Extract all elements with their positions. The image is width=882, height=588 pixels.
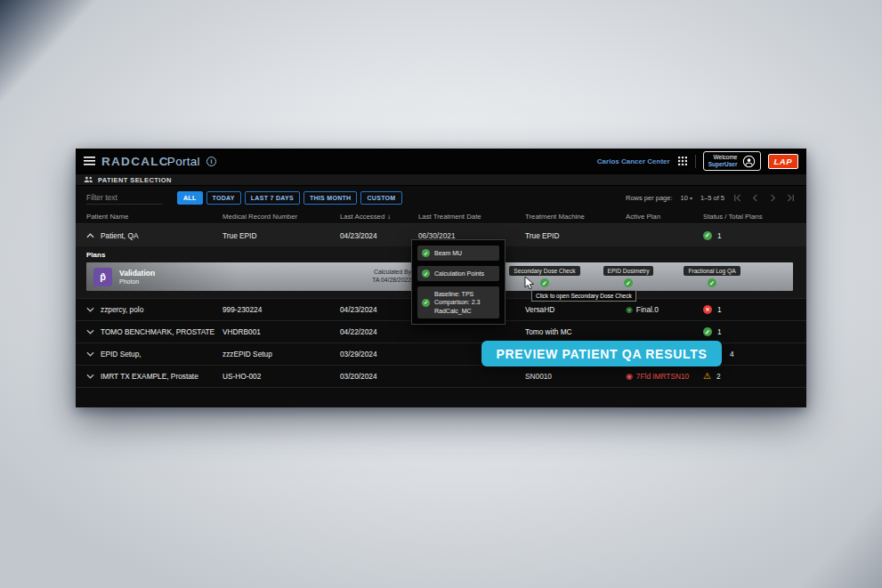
patient-name: IMRT TX EXAMPLE, Prostate (101, 372, 198, 381)
patient-name: EPID Setup, (101, 350, 142, 358)
chevron-down-icon: ▾ (690, 195, 692, 201)
cell-machine: True EPID (525, 231, 626, 240)
table-header-row: Patient Name Medical Record Number Last … (76, 209, 806, 224)
plan-calculated-by: Calculated By TA 04/28/2022 (340, 269, 411, 285)
section-bar: PATIENT SELECTION (76, 173, 806, 186)
cell-machine: SN0010 (525, 372, 626, 381)
qa-label: EPID Dosimetry (603, 266, 654, 276)
filter-input[interactable] (86, 191, 163, 205)
epid-dosimetry-pass-icon[interactable] (624, 278, 633, 287)
table-row-imrt-tx-example[interactable]: IMRT TX EXAMPLE, Prostate US-HO-002 03/2… (76, 366, 806, 388)
fractional-log-qa-pass-icon[interactable] (708, 278, 716, 287)
brand-suffix: Portal (167, 155, 200, 168)
filter-button-all[interactable]: ALL (177, 191, 203, 205)
next-page-button[interactable] (768, 193, 778, 203)
rows-per-page-label: Rows per page: (626, 194, 673, 202)
popup-item-calculation-points[interactable]: Calculation Points (417, 266, 499, 281)
info-icon[interactable]: i (206, 157, 216, 166)
chevron-down-icon[interactable] (86, 351, 94, 357)
filter-button-today[interactable]: TODAY (206, 191, 241, 205)
cell-mrn: zzzEPID Setup (223, 350, 340, 358)
cell-last-accessed: 03/29/2024 (340, 350, 418, 358)
chevron-down-icon[interactable] (86, 374, 94, 379)
lap-logo: LAP (768, 154, 799, 169)
qa-column-secondary-dose-check: Secondary Dose Check (503, 262, 587, 291)
column-header-status[interactable]: Status / Total Plans (703, 213, 796, 221)
column-header-last-treatment[interactable]: Last Treatment Date (418, 213, 525, 221)
section-title: PATIENT SELECTION (98, 176, 172, 184)
error-icon (703, 305, 712, 314)
sort-desc-icon: ↓ (387, 213, 391, 221)
total-plans-count: 1 (717, 327, 722, 336)
filter-button-custom[interactable]: CUSTOM (360, 191, 401, 205)
popup-item-beam-mu[interactable]: Beam MU (417, 246, 499, 261)
chevron-down-icon[interactable] (86, 307, 94, 312)
cell-last-accessed: 04/23/2024 (340, 305, 418, 314)
active-plan-target-icon (626, 373, 633, 381)
success-check-icon (703, 327, 712, 336)
filter-button-thismonth[interactable]: THIS MONTH (303, 191, 358, 205)
avatar-icon[interactable] (742, 155, 756, 168)
tooltip: Click to open Secondary Dose Check (531, 290, 636, 302)
column-header-machine[interactable]: Treatment Machine (525, 213, 626, 221)
cell-active-plan[interactable]: 7Fld IMRTSN10 (626, 372, 703, 381)
success-check-icon (422, 299, 430, 307)
cell-last-accessed: 04/22/2024 (340, 327, 418, 336)
cell-last-treatment: 06/30/2021 (418, 231, 525, 240)
total-plans-count: 1 (717, 305, 722, 314)
last-page-button[interactable] (786, 193, 796, 203)
rows-per-page-select[interactable]: 10 ▾ (681, 194, 692, 202)
cell-active-plan[interactable]: Final.0 (626, 305, 703, 314)
chevron-down-icon[interactable] (86, 329, 94, 334)
cell-status: 1 (703, 327, 796, 336)
clinic-name[interactable]: Carlos Cancer Center (597, 157, 670, 165)
qa-label: Fractional Log QA (684, 266, 740, 276)
cell-machine: VersaHD (525, 305, 626, 314)
qa-column-fractional-log-qa: Fractional Log QA (670, 262, 754, 291)
preview-patient-qa-results-button[interactable]: PREVIEW PATIENT QA RESULTS (481, 341, 722, 366)
cell-mrn: VHDRB001 (223, 327, 340, 336)
total-plans-count: 1 (717, 231, 722, 240)
chevron-up-icon[interactable] (86, 233, 94, 238)
filter-button-last7days[interactable]: LAST 7 DAYS (245, 191, 300, 205)
photon-plan-icon: p̂ (93, 268, 112, 286)
qa-checks-region: Secondary Dose Check EPID Dosimetry Frac… (503, 262, 754, 291)
welcome-label: Welcome (708, 154, 738, 161)
cell-mrn: 999-230224 (223, 305, 340, 314)
column-header-last-accessed[interactable]: Last Accessed↓ (340, 213, 418, 221)
cell-machine: Tomo with MC (525, 327, 626, 336)
active-plan-target-icon (626, 306, 633, 314)
patients-icon (84, 176, 93, 183)
popup-item-baseline[interactable]: Baseline: TPS Comparison: 2.3 RadCalc_MC (417, 286, 499, 318)
patient-name: zzpercy, polo (101, 305, 143, 314)
cell-mrn: US-HO-002 (223, 372, 340, 381)
column-header-patient-name[interactable]: Patient Name (86, 213, 223, 221)
cell-last-accessed: 04/23/2024 (340, 231, 418, 240)
table-toolbar: ALL TODAY LAST 7 DAYS THIS MONTH CUSTOM … (76, 186, 806, 209)
user-menu[interactable]: Welcome SuperUser (703, 151, 761, 171)
first-page-button[interactable] (732, 193, 742, 203)
building-icon[interactable] (677, 156, 688, 166)
total-plans-count: 2 (716, 372, 721, 381)
pagination-range: 1–5 of 5 (700, 194, 724, 202)
cell-last-accessed: 03/20/2024 (340, 372, 418, 381)
cell-mrn: True EPID (223, 231, 340, 240)
patient-name: Patient, QA (101, 231, 138, 240)
success-check-icon (422, 270, 430, 278)
qa-label: Secondary Dose Check (509, 266, 579, 276)
column-header-active-plan[interactable]: Active Plan (626, 213, 703, 221)
plan-name: Validation (119, 269, 155, 278)
column-header-mrn[interactable]: Medical Record Number (223, 213, 340, 221)
cell-status: 1 (703, 231, 796, 240)
total-plans-count: 4 (730, 350, 734, 358)
user-name: SuperUser (708, 161, 738, 168)
plan-modality: Photon (119, 278, 155, 285)
previous-page-button[interactable] (750, 193, 760, 203)
qa-column-epid-dosimetry: EPID Dosimetry (587, 262, 670, 291)
secondary-dose-check-pass-icon[interactable] (540, 278, 549, 287)
app-header: RADCALC Portal i Carlos Cancer Center We… (76, 149, 806, 173)
cell-status: 2 (703, 372, 796, 381)
success-check-icon (703, 231, 712, 240)
plan-checks-popup: Beam MU Calculation Points Baseline: TPS… (411, 239, 506, 325)
hamburger-menu-icon[interactable] (84, 157, 95, 165)
